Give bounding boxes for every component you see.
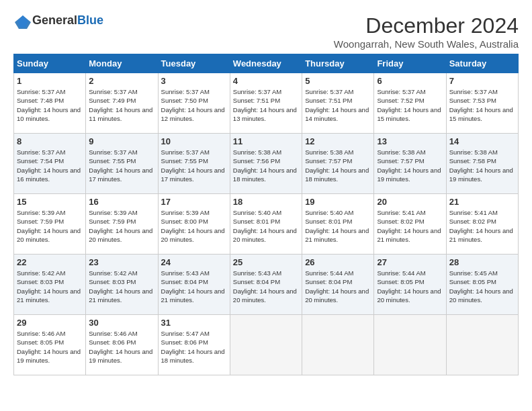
calendar-cell: 28 Sunrise: 5:45 AM Sunset: 8:05 PM Dayl… (446, 255, 518, 315)
calendar-week-2: 8 Sunrise: 5:37 AM Sunset: 7:54 PM Dayli… (14, 134, 519, 194)
day-info: Sunrise: 5:37 AM Sunset: 7:49 PM Dayligh… (89, 87, 154, 123)
day-number: 11 (233, 136, 299, 146)
day-number: 24 (161, 257, 227, 267)
day-number: 22 (17, 257, 83, 267)
day-number: 3 (161, 76, 227, 86)
day-info: Sunrise: 5:45 AM Sunset: 8:05 PM Dayligh… (449, 269, 515, 304)
logo-general: General (32, 13, 77, 27)
day-number: 28 (449, 257, 515, 267)
calendar-cell: 31 Sunrise: 5:47 AM Sunset: 8:06 PM Dayl… (158, 315, 230, 375)
calendar-cell (230, 315, 302, 375)
calendar-cell: 10 Sunrise: 5:37 AM Sunset: 7:55 PM Dayl… (158, 134, 230, 194)
calendar-cell: 5 Sunrise: 5:37 AM Sunset: 7:51 PM Dayli… (302, 73, 374, 134)
day-info: Sunrise: 5:38 AM Sunset: 7:57 PM Dayligh… (305, 148, 371, 183)
calendar-cell: 3 Sunrise: 5:37 AM Sunset: 7:50 PM Dayli… (158, 73, 230, 134)
calendar-cell: 21 Sunrise: 5:41 AM Sunset: 8:02 PM Dayl… (446, 194, 518, 255)
location-subtitle: Woongarrah, New South Wales, Australia (334, 38, 519, 50)
calendar-cell: 14 Sunrise: 5:38 AM Sunset: 7:58 PM Dayl… (446, 134, 518, 194)
calendar-cell: 27 Sunrise: 5:44 AM Sunset: 8:05 PM Dayl… (374, 255, 446, 315)
day-info: Sunrise: 5:41 AM Sunset: 8:02 PM Dayligh… (449, 208, 515, 244)
calendar-cell: 18 Sunrise: 5:40 AM Sunset: 8:01 PM Dayl… (230, 194, 302, 255)
calendar-cell: 8 Sunrise: 5:37 AM Sunset: 7:54 PM Dayli… (14, 134, 86, 194)
day-number: 1 (17, 76, 83, 86)
day-info: Sunrise: 5:38 AM Sunset: 7:57 PM Dayligh… (377, 148, 443, 183)
day-info: Sunrise: 5:40 AM Sunset: 8:01 PM Dayligh… (233, 208, 299, 244)
day-number: 23 (89, 257, 154, 267)
day-info: Sunrise: 5:44 AM Sunset: 8:05 PM Dayligh… (377, 269, 443, 304)
calendar-cell: 2 Sunrise: 5:37 AM Sunset: 7:49 PM Dayli… (86, 73, 158, 134)
day-info: Sunrise: 5:37 AM Sunset: 7:52 PM Dayligh… (377, 87, 443, 123)
calendar-cell: 23 Sunrise: 5:42 AM Sunset: 8:03 PM Dayl… (86, 255, 158, 315)
day-number: 7 (449, 76, 515, 86)
calendar-cell: 15 Sunrise: 5:39 AM Sunset: 7:59 PM Dayl… (14, 194, 86, 255)
day-info: Sunrise: 5:37 AM Sunset: 7:50 PM Dayligh… (161, 87, 227, 123)
day-number: 16 (89, 197, 154, 207)
title-section: December 2024 Woongarrah, New South Wale… (334, 13, 519, 50)
calendar-week-4: 22 Sunrise: 5:42 AM Sunset: 8:03 PM Dayl… (14, 255, 519, 315)
day-info: Sunrise: 5:39 AM Sunset: 8:00 PM Dayligh… (161, 208, 227, 244)
calendar-table: SundayMondayTuesdayWednesdayThursdayFrid… (13, 54, 519, 375)
day-info: Sunrise: 5:37 AM Sunset: 7:51 PM Dayligh… (305, 87, 371, 123)
day-info: Sunrise: 5:37 AM Sunset: 7:48 PM Dayligh… (17, 87, 83, 123)
day-info: Sunrise: 5:41 AM Sunset: 8:02 PM Dayligh… (377, 208, 443, 244)
day-number: 18 (233, 197, 299, 207)
day-number: 14 (449, 136, 515, 146)
day-info: Sunrise: 5:42 AM Sunset: 8:03 PM Dayligh… (17, 269, 83, 304)
day-info: Sunrise: 5:46 AM Sunset: 8:05 PM Dayligh… (17, 329, 83, 365)
calendar-cell: 4 Sunrise: 5:37 AM Sunset: 7:51 PM Dayli… (230, 73, 302, 134)
calendar-cell: 19 Sunrise: 5:40 AM Sunset: 8:01 PM Dayl… (302, 194, 374, 255)
calendar-cell (374, 315, 446, 375)
day-number: 30 (89, 318, 154, 328)
day-number: 10 (161, 136, 227, 146)
day-number: 20 (377, 197, 443, 207)
day-number: 17 (161, 197, 227, 207)
logo-text: GeneralBlue (32, 13, 103, 28)
page-header: GeneralBlue December 2024 Woongarrah, Ne… (13, 13, 519, 50)
day-info: Sunrise: 5:44 AM Sunset: 8:04 PM Dayligh… (305, 269, 371, 304)
day-number: 25 (233, 257, 299, 267)
calendar-week-5: 29 Sunrise: 5:46 AM Sunset: 8:05 PM Dayl… (14, 315, 519, 375)
calendar-week-3: 15 Sunrise: 5:39 AM Sunset: 7:59 PM Dayl… (14, 194, 519, 255)
day-number: 4 (233, 76, 299, 86)
calendar-header-row: SundayMondayTuesdayWednesdayThursdayFrid… (14, 54, 519, 73)
logo: GeneralBlue (13, 13, 103, 28)
weekday-header-wednesday: Wednesday (230, 54, 302, 73)
calendar-cell: 16 Sunrise: 5:39 AM Sunset: 7:59 PM Dayl… (86, 194, 158, 255)
day-info: Sunrise: 5:39 AM Sunset: 7:59 PM Dayligh… (17, 208, 83, 244)
logo-blue: Blue (77, 13, 103, 27)
calendar-cell: 29 Sunrise: 5:46 AM Sunset: 8:05 PM Dayl… (14, 315, 86, 375)
weekday-header-monday: Monday (86, 54, 158, 73)
day-number: 26 (305, 257, 371, 267)
day-info: Sunrise: 5:37 AM Sunset: 7:53 PM Dayligh… (449, 87, 515, 123)
day-number: 27 (377, 257, 443, 267)
weekday-header-tuesday: Tuesday (158, 54, 230, 73)
calendar-cell: 25 Sunrise: 5:43 AM Sunset: 8:04 PM Dayl… (230, 255, 302, 315)
day-number: 5 (305, 76, 371, 86)
calendar-body: 1 Sunrise: 5:37 AM Sunset: 7:48 PM Dayli… (14, 73, 519, 375)
day-info: Sunrise: 5:37 AM Sunset: 7:54 PM Dayligh… (17, 148, 83, 183)
calendar-cell (302, 315, 374, 375)
calendar-cell: 6 Sunrise: 5:37 AM Sunset: 7:52 PM Dayli… (374, 73, 446, 134)
calendar-cell (446, 315, 518, 375)
day-info: Sunrise: 5:42 AM Sunset: 8:03 PM Dayligh… (89, 269, 154, 304)
weekday-header-thursday: Thursday (302, 54, 374, 73)
calendar-cell: 20 Sunrise: 5:41 AM Sunset: 8:02 PM Dayl… (374, 194, 446, 255)
calendar-cell: 12 Sunrise: 5:38 AM Sunset: 7:57 PM Dayl… (302, 134, 374, 194)
day-info: Sunrise: 5:37 AM Sunset: 7:55 PM Dayligh… (89, 148, 154, 183)
day-info: Sunrise: 5:43 AM Sunset: 8:04 PM Dayligh… (161, 269, 227, 304)
day-number: 19 (305, 197, 371, 207)
day-number: 9 (89, 136, 154, 146)
day-info: Sunrise: 5:47 AM Sunset: 8:06 PM Dayligh… (161, 329, 227, 365)
day-info: Sunrise: 5:37 AM Sunset: 7:51 PM Dayligh… (233, 87, 299, 123)
weekday-header-sunday: Sunday (14, 54, 86, 73)
calendar-cell: 24 Sunrise: 5:43 AM Sunset: 8:04 PM Dayl… (158, 255, 230, 315)
day-info: Sunrise: 5:38 AM Sunset: 7:56 PM Dayligh… (233, 148, 299, 183)
weekday-header-saturday: Saturday (446, 54, 518, 73)
day-number: 12 (305, 136, 371, 146)
day-info: Sunrise: 5:37 AM Sunset: 7:55 PM Dayligh… (161, 148, 227, 183)
calendar-cell: 13 Sunrise: 5:38 AM Sunset: 7:57 PM Dayl… (374, 134, 446, 194)
day-number: 8 (17, 136, 83, 146)
month-title: December 2024 (334, 13, 519, 38)
day-info: Sunrise: 5:40 AM Sunset: 8:01 PM Dayligh… (305, 208, 371, 244)
calendar-week-1: 1 Sunrise: 5:37 AM Sunset: 7:48 PM Dayli… (14, 73, 519, 134)
